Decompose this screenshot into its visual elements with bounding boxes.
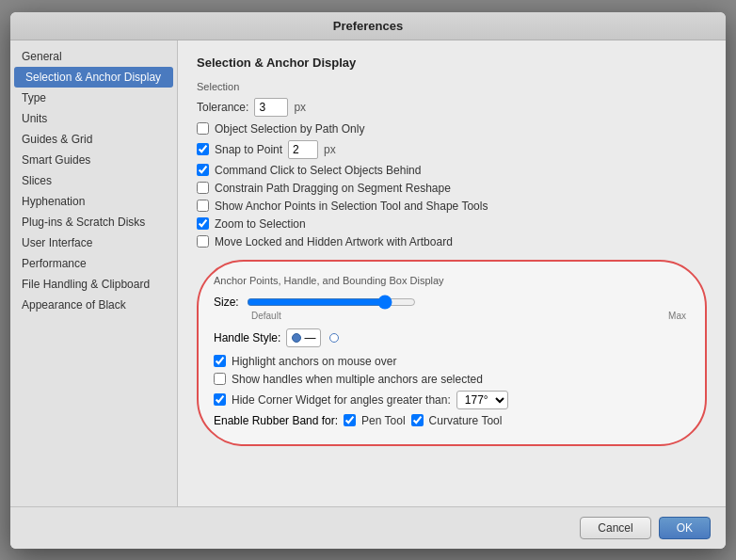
snap-to-point-checkbox[interactable] <box>197 143 209 155</box>
pen-tool-label: Pen Tool <box>361 414 405 427</box>
snap-to-point-label: Snap to Point <box>215 143 282 156</box>
sidebar-item-file-handling--clipboard[interactable]: File Handling & Clipboard <box>10 274 177 295</box>
selection-section-label: Selection <box>197 81 707 92</box>
dialog-content: GeneralSelection & Anchor DisplayTypeUni… <box>10 40 726 506</box>
anchor-section-title: Anchor Points, Handle, and Bounding Box … <box>214 275 690 286</box>
sidebar-item-performance[interactable]: Performance <box>10 253 177 274</box>
slider-range: Default Max <box>214 311 690 321</box>
handle-style-filled[interactable]: — <box>286 328 321 347</box>
size-slider-row: Size: Default Max <box>214 296 690 321</box>
highlight-anchors-label: Highlight anchors on mouse over <box>232 355 396 368</box>
ok-button[interactable]: OK <box>659 517 711 539</box>
sidebar-item-user-interface[interactable]: User Interface <box>10 232 177 253</box>
anchor-section: Anchor Points, Handle, and Bounding Box … <box>197 260 707 446</box>
pen-tool-checkbox[interactable] <box>344 414 356 426</box>
snap-to-point-input[interactable] <box>288 140 318 159</box>
checkbox-command-click: Command Click to Select Objects Behind <box>197 164 707 177</box>
sidebar: GeneralSelection & Anchor DisplayTypeUni… <box>10 40 178 506</box>
zoom-to-selection-label: Zoom to Selection <box>215 217 306 231</box>
checkbox-hide-corner-widget: Hide Corner Widget for angles greater th… <box>214 391 690 409</box>
show-handles-checkbox[interactable] <box>214 373 226 385</box>
curvature-tool-label: Curvature Tool <box>429 414 503 427</box>
sidebar-item-hyphenation[interactable]: Hyphenation <box>10 191 177 212</box>
checkbox-highlight-anchors: Highlight anchors on mouse over <box>214 355 690 368</box>
show-anchor-points-checkbox[interactable] <box>197 200 209 212</box>
hide-corner-widget-checkbox[interactable] <box>214 393 226 406</box>
zoom-to-selection-checkbox[interactable] <box>197 217 209 230</box>
size-max-label: Max <box>668 311 686 321</box>
sidebar-item-general[interactable]: General <box>10 46 177 67</box>
curvature-tool-checkbox[interactable] <box>411 414 424 426</box>
sidebar-item-guides--grid[interactable]: Guides & Grid <box>10 129 177 150</box>
sidebar-item-selection--anchor-display[interactable]: Selection & Anchor Display <box>14 67 173 88</box>
sidebar-item-appearance-of-black[interactable]: Appearance of Black <box>10 295 177 315</box>
checkbox-constrain-path: Constrain Path Dragging on Segment Resha… <box>197 182 707 195</box>
checkbox-move-locked: Move Locked and Hidden Artwork with Artb… <box>197 235 707 248</box>
preferences-dialog: Preferences GeneralSelection & Anchor Di… <box>10 12 726 549</box>
cancel-button[interactable]: Cancel <box>580 517 650 539</box>
sidebar-item-slices[interactable]: Slices <box>10 170 177 191</box>
tolerance-input[interactable] <box>254 98 288 117</box>
main-panel: Selection & Anchor Display Selection Tol… <box>178 40 726 506</box>
dialog-footer: Cancel OK <box>10 506 726 549</box>
hide-corner-widget-label: Hide Corner Widget for angles greater th… <box>232 393 451 407</box>
checkbox-show-handles: Show handles when multiple anchors are s… <box>214 373 690 386</box>
command-click-label: Command Click to Select Objects Behind <box>215 164 421 177</box>
constrain-path-label: Constrain Path Dragging on Segment Resha… <box>215 182 451 195</box>
tolerance-unit: px <box>294 101 306 114</box>
checkbox-snap-to-point: Snap to Point px <box>197 140 707 159</box>
size-default-label: Default <box>251 311 281 321</box>
dialog-title: Preferences <box>333 19 403 33</box>
rubber-band-row: Enable Rubber Band for: Pen Tool Curvatu… <box>214 414 690 427</box>
move-locked-label: Move Locked and Hidden Artwork with Artb… <box>215 235 453 248</box>
rubber-band-label: Enable Rubber Band for: <box>214 414 338 427</box>
sidebar-item-smart-guides[interactable]: Smart Guides <box>10 150 177 170</box>
main-panel-title: Selection & Anchor Display <box>197 56 707 70</box>
snap-to-point-unit: px <box>324 143 336 156</box>
checkbox-zoom-to-selection: Zoom to Selection <box>197 217 707 231</box>
handle-circle-outline-icon <box>329 333 339 343</box>
object-selection-checkbox[interactable] <box>197 122 209 135</box>
show-handles-label: Show handles when multiple anchors are s… <box>232 373 483 386</box>
checkbox-show-anchor-points: Show Anchor Points in Selection Tool and… <box>197 200 707 213</box>
title-bar: Preferences <box>10 12 726 40</box>
size-label: Size: <box>214 296 239 309</box>
sidebar-item-plug-ins--scratch-disks[interactable]: Plug-ins & Scratch Disks <box>10 212 177 232</box>
sidebar-item-units[interactable]: Units <box>10 108 177 129</box>
tolerance-row: Tolerance: px <box>197 98 707 117</box>
move-locked-checkbox[interactable] <box>197 235 209 248</box>
handle-circle-filled-icon <box>292 333 301 343</box>
handle-style-label: Handle Style: <box>214 331 280 344</box>
constrain-path-checkbox[interactable] <box>197 182 209 194</box>
handle-dash: — <box>304 331 315 344</box>
sidebar-item-type[interactable]: Type <box>10 88 177 108</box>
tolerance-label: Tolerance: <box>197 101 248 114</box>
checkbox-object-selection: Object Selection by Path Only <box>197 122 707 136</box>
highlight-anchors-checkbox[interactable] <box>214 355 226 367</box>
handle-style-row: Handle Style: — <box>214 328 690 347</box>
show-anchor-points-label: Show Anchor Points in Selection Tool and… <box>215 200 488 213</box>
object-selection-label: Object Selection by Path Only <box>215 122 364 136</box>
size-slider[interactable] <box>247 296 416 309</box>
command-click-checkbox[interactable] <box>197 164 209 176</box>
corner-widget-dropdown[interactable]: 177° 135° 90° <box>456 391 508 409</box>
